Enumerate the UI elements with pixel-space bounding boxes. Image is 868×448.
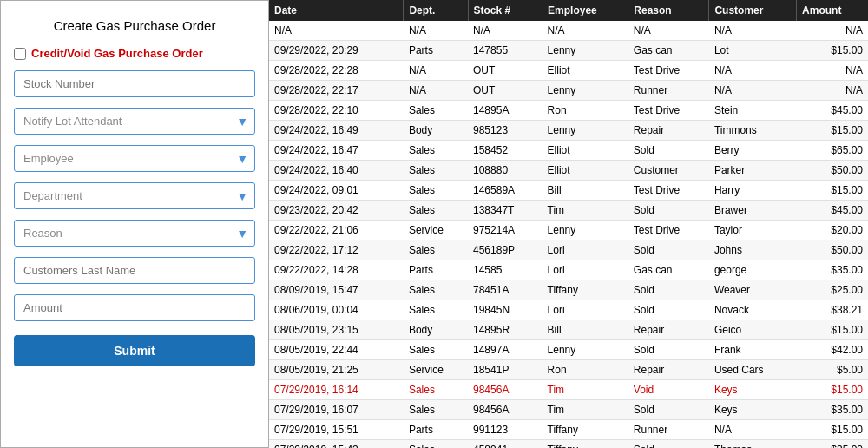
table-cell: Ron [542, 360, 628, 380]
table-row: 09/24/2022, 16:47Sales158452ElliotSoldBe… [269, 141, 868, 161]
submit-button[interactable]: Submit [14, 335, 255, 366]
reason-select[interactable]: Reason [14, 220, 255, 247]
table-cell: Used Cars [709, 360, 797, 380]
table-cell: 985123 [468, 121, 542, 141]
table-cell: Sales [404, 440, 468, 449]
table-cell: 14585 [468, 260, 542, 280]
table-cell: 09/23/2022, 20:42 [269, 201, 404, 221]
table-row: 09/24/2022, 16:40Sales108880ElliotCustom… [269, 161, 868, 181]
table-cell: $45.00 [797, 101, 868, 121]
table-cell: Tiffany [542, 440, 628, 449]
table-cell: 146589A [468, 181, 542, 201]
table-cell: Sales [404, 240, 468, 260]
table-cell: Sold [628, 400, 709, 420]
table-cell: N/A [542, 21, 628, 41]
table-cell: N/A [628, 21, 709, 41]
table-cell: Repair [628, 320, 709, 340]
table-header-row: DateDept.Stock #EmployeeReasonCustomerAm… [269, 0, 868, 21]
panel-title: Create Gas Purchase Order [14, 18, 255, 33]
table-cell: Berry [709, 141, 797, 161]
table-cell: $65.00 [797, 141, 868, 161]
table-cell: Repair [628, 360, 709, 380]
table-cell: Service [404, 360, 468, 380]
table-cell: Lot [709, 41, 797, 61]
table-cell: 147855 [468, 41, 542, 61]
table-cell: N/A [404, 81, 468, 101]
table-row: 08/05/2019, 23:15Body14895RBillRepairGei… [269, 320, 868, 340]
col-header-date: Date [269, 0, 404, 21]
table-cell: 991123 [468, 420, 542, 440]
table-cell: Gas can [628, 41, 709, 61]
table-cell: Tiffany [542, 420, 628, 440]
table-row: 07/29/2019, 16:07Sales98456ATimSoldKeys$… [269, 400, 868, 420]
table-cell: Novack [709, 300, 797, 320]
table-cell: Sold [628, 300, 709, 320]
table-row: 09/28/2022, 22:17N/AOUTLennyRunnerN/AN/A [269, 81, 868, 101]
table-cell: $35.00 [797, 400, 868, 420]
table-cell: N/A [797, 61, 868, 81]
table-row: 07/29/2019, 15:42Sales458941TiffanySoldT… [269, 440, 868, 449]
table-cell: Sales [404, 201, 468, 221]
table-cell: Parts [404, 260, 468, 280]
table-cell: Runner [628, 420, 709, 440]
table-cell: Sold [628, 201, 709, 221]
department-select[interactable]: Department [14, 182, 255, 209]
table-cell: 78451A [468, 280, 542, 300]
table-cell: $35.00 [797, 260, 868, 280]
notify-lot-attendant-select[interactable]: Notify Lot Attendant [14, 108, 255, 135]
table-cell: Lori [542, 300, 628, 320]
table-cell: Lenny [542, 221, 628, 240]
table-cell: $38.21 [797, 300, 868, 320]
table-cell: Sales [404, 181, 468, 201]
table-cell: Service [404, 221, 468, 240]
table-cell: Parker [709, 161, 797, 181]
table-cell: Tiffany [542, 280, 628, 300]
table-cell: 08/09/2019, 15:47 [269, 280, 404, 300]
table-row: 09/22/2022, 14:28Parts14585LoriGas cange… [269, 260, 868, 280]
table-cell: Repair [628, 121, 709, 141]
table-cell: Keys [709, 380, 797, 400]
table-cell: Sold [628, 280, 709, 300]
table-row: 07/29/2019, 16:14Sales98456ATimVoidKeys$… [269, 380, 868, 400]
table-cell: 08/05/2019, 21:25 [269, 360, 404, 380]
table-cell: Elliot [542, 161, 628, 181]
table-cell: 09/28/2022, 22:17 [269, 81, 404, 101]
table-cell: Keys [709, 400, 797, 420]
table-cell: $15.00 [797, 41, 868, 61]
table-cell: 98456A [468, 380, 542, 400]
table-cell: $20.00 [797, 221, 868, 240]
table-cell: OUT [468, 81, 542, 101]
table-cell: $15.00 [797, 420, 868, 440]
table-cell: $15.00 [797, 380, 868, 400]
table-cell: Gas can [628, 260, 709, 280]
table-cell: Test Drive [628, 181, 709, 201]
table-cell: 98456A [468, 400, 542, 420]
table-cell: 09/24/2022, 09:01 [269, 181, 404, 201]
col-header-stock--: Stock # [468, 0, 542, 21]
table-cell: Sold [628, 240, 709, 260]
table-cell: N/A [404, 61, 468, 81]
table-cell: 09/22/2022, 14:28 [269, 260, 404, 280]
table-row: 09/29/2022, 20:29Parts147855LennyGas can… [269, 41, 868, 61]
table-cell: 09/24/2022, 16:40 [269, 161, 404, 181]
table-row: 08/05/2019, 22:44Sales14897ALennySoldFra… [269, 340, 868, 360]
credit-void-checkbox[interactable] [14, 48, 26, 60]
table-row: 07/29/2019, 15:51Parts991123TiffanyRunne… [269, 420, 868, 440]
employee-select[interactable]: Employee [14, 145, 255, 172]
amount-input[interactable] [14, 294, 255, 321]
table-cell: 09/28/2022, 22:10 [269, 101, 404, 121]
table-cell: Lenny [542, 340, 628, 360]
table-cell: N/A [797, 21, 868, 41]
table-cell: Harry [709, 181, 797, 201]
table-cell: Sold [628, 340, 709, 360]
stock-number-input[interactable] [14, 70, 255, 97]
col-header-reason: Reason [628, 0, 709, 21]
customers-last-name-input[interactable] [14, 257, 255, 284]
table-row: N/AN/AN/AN/AN/AN/AN/A [269, 21, 868, 41]
table-cell: Sales [404, 161, 468, 181]
table-cell: 08/06/2019, 00:04 [269, 300, 404, 320]
table-cell: 456189P [468, 240, 542, 260]
table-cell: george [709, 260, 797, 280]
table-cell: Sales [404, 400, 468, 420]
notify-lot-attendant-wrapper: Notify Lot Attendant ▼ [14, 108, 255, 135]
